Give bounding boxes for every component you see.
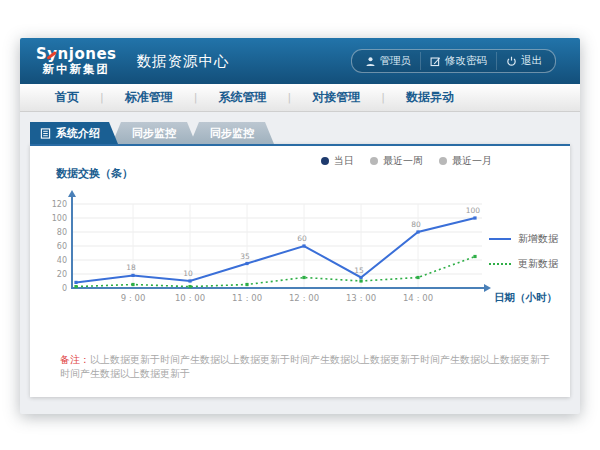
nav-item-system-management[interactable]: 系统管理	[197, 89, 287, 106]
series-legend: 新增数据 更新数据	[489, 232, 558, 282]
svg-text:80: 80	[57, 228, 67, 237]
svg-text:80: 80	[411, 220, 421, 229]
main-navbar: 首页 | 标准管理 | 系统管理 | 对接管理 | 数据异动	[20, 84, 580, 112]
tab-bar: 系统介绍 同步监控 同步监控	[30, 122, 570, 144]
dotted-line-icon	[489, 263, 511, 265]
svg-text:40: 40	[57, 256, 67, 265]
svg-text:10: 10	[183, 269, 193, 278]
svg-text:20: 20	[57, 270, 67, 279]
footnote-text: 以上数据更新于时间产生数据以上数据更新于时间产生数据以上数据更新于时间产生数据以…	[60, 354, 550, 379]
svg-text:18: 18	[126, 263, 136, 272]
logo-subtitle: 新中新集团	[36, 63, 117, 76]
range-option-today-label: 当日	[334, 154, 354, 168]
tab-system-intro[interactable]: 系统介绍	[30, 122, 118, 144]
content-area: 系统介绍 同步监控 同步监控 当日 最近一周	[20, 112, 580, 397]
range-option-last-month[interactable]: 最近一月	[439, 154, 492, 168]
legend-item-update-data: 更新数据	[489, 257, 558, 271]
tab-sync-monitor-1-label: 同步监控	[132, 126, 176, 141]
logo: Synjones 新中新集团	[36, 46, 117, 76]
svg-text:100: 100	[466, 206, 481, 215]
admin-user-label: 管理员	[380, 54, 412, 68]
range-option-today[interactable]: 当日	[321, 154, 354, 168]
svg-text:13：00: 13：00	[346, 293, 376, 303]
footnote: 备注：以上数据更新于时间产生数据以上数据更新于时间产生数据以上数据更新于时间产生…	[60, 353, 550, 381]
svg-text:14：00: 14：00	[403, 293, 433, 303]
chart-panel: 当日 最近一周 最近一月 数据交换（条） 0204060801001209：00…	[30, 144, 570, 397]
svg-text:12：00: 12：00	[289, 293, 319, 303]
page-title: 数据资源中心	[137, 52, 230, 71]
radio-dot-icon	[321, 157, 329, 165]
svg-text:60: 60	[57, 242, 67, 251]
user-icon	[365, 56, 376, 67]
y-axis-title: 数据交换（条）	[56, 166, 133, 181]
svg-text:0: 0	[62, 284, 67, 293]
range-selector: 当日 最近一周 最近一月	[321, 154, 492, 168]
document-icon	[40, 128, 51, 139]
nav-item-home[interactable]: 首页	[34, 89, 100, 106]
tab-sync-monitor-1[interactable]: 同步监控	[112, 122, 196, 144]
user-actions: 管理员 修改密码 退出	[351, 49, 557, 73]
nav-item-interface-management[interactable]: 对接管理	[291, 89, 381, 106]
legend-new-data-label: 新增数据	[518, 232, 558, 246]
header: Synjones 新中新集团 数据资源中心 管理员 修改密码	[20, 38, 580, 84]
tab-system-intro-label: 系统介绍	[56, 126, 100, 141]
tab-sync-monitor-2[interactable]: 同步监控	[190, 122, 274, 144]
footnote-label: 备注：	[60, 354, 90, 365]
change-password-button[interactable]: 修改密码	[420, 52, 496, 70]
svg-text:35: 35	[240, 252, 250, 261]
radio-dot-icon	[370, 157, 378, 165]
svg-text:11：00: 11：00	[232, 293, 262, 303]
svg-text:120: 120	[52, 200, 67, 209]
svg-text:60: 60	[297, 234, 307, 243]
range-option-last-week[interactable]: 最近一周	[370, 154, 423, 168]
solid-line-icon	[489, 238, 511, 240]
tab-sync-monitor-2-label: 同步监控	[210, 126, 254, 141]
legend-item-new-data: 新增数据	[489, 232, 558, 246]
line-chart: 0204060801001209：0010：0011：0012：0013：001…	[42, 188, 554, 310]
logout-label: 退出	[521, 54, 542, 68]
edit-icon	[430, 56, 441, 67]
app-window: Synjones 新中新集团 数据资源中心 管理员 修改密码	[20, 38, 580, 414]
svg-text:10：00: 10：00	[175, 293, 205, 303]
legend-update-data-label: 更新数据	[518, 257, 558, 271]
svg-text:15: 15	[354, 266, 364, 275]
range-option-last-month-label: 最近一月	[452, 154, 492, 168]
svg-text:100: 100	[52, 214, 67, 223]
svg-text:9：00: 9：00	[121, 293, 146, 303]
logo-text: Synjones	[36, 46, 117, 63]
radio-dot-icon	[439, 157, 447, 165]
admin-user-button[interactable]: 管理员	[356, 52, 421, 70]
range-option-last-week-label: 最近一周	[383, 154, 423, 168]
change-password-label: 修改密码	[445, 54, 487, 68]
svg-text:日期（小时）: 日期（小时）	[494, 291, 554, 304]
nav-item-data-change[interactable]: 数据异动	[385, 89, 475, 106]
nav-item-standard-management[interactable]: 标准管理	[104, 89, 194, 106]
logout-button[interactable]: 退出	[496, 52, 551, 70]
power-icon	[506, 56, 517, 67]
